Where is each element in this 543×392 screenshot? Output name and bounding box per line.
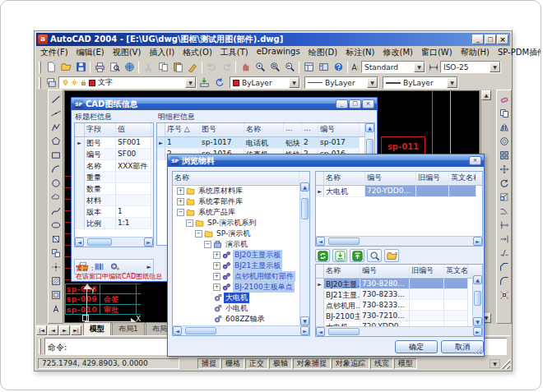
material-row[interactable]: 点钞机用...730-8233... [316,300,482,311]
tree-item[interactable]: 大电机 [173,293,309,303]
title-block-row[interactable]: 数量 [75,183,153,195]
command-window-grip[interactable] [39,339,41,354]
explode-button[interactable] [498,288,511,302]
tree-item[interactable]: +系统原材料库 [173,186,309,196]
ellipse-button[interactable] [49,219,63,232]
dialog-close-button[interactable]: × [362,99,374,108]
lineweight-combo[interactable]: ByLayer [383,76,458,89]
hatch-button[interactable] [49,274,63,288]
toggle-对象追踪[interactable]: 对象追踪 [332,358,369,369]
material-row[interactable]: BJ-2100主...730-7210... [316,311,482,321]
chevron-down-icon[interactable] [289,77,299,88]
title-block-row[interactable]: 重量 [75,172,153,183]
menu-item-10[interactable]: 修改(M) [378,47,416,58]
toolbar-grip[interactable] [39,77,41,89]
match-properties-button[interactable] [185,60,200,75]
redo-button[interactable] [219,60,234,75]
offset-button[interactable] [498,135,511,148]
tab-模型[interactable]: 模型 [83,322,111,335]
title-block-row[interactable]: 版本1 [75,206,153,218]
toggle-正交[interactable]: 正交 [245,358,268,369]
color-combo[interactable]: ByLayer [230,76,300,89]
pan-button[interactable] [238,60,253,75]
scroll-thumb[interactable] [301,198,309,219]
open-button[interactable] [58,60,73,75]
scale-button[interactable] [498,191,511,204]
horizontal-scrollbar[interactable] [316,326,482,336]
text-style-combo[interactable]: Standard [361,61,425,73]
scroll-up-icon[interactable] [300,182,309,191]
title-block-row[interactable]: 编号SF00 [75,149,153,160]
scroll-left-icon[interactable] [173,326,182,335]
vertical-scrollbar[interactable] [299,182,309,325]
scroll-right-icon[interactable] [144,238,153,247]
scroll-thumb[interactable] [328,238,360,245]
browse-dialog-title-bar[interactable]: 浏览物料 × [168,154,484,167]
scroll-right-icon[interactable] [473,327,482,336]
expand-icon[interactable]: + [213,273,220,280]
chevron-down-icon[interactable] [447,77,457,88]
collapse-icon[interactable]: − [177,209,184,216]
upload-button[interactable] [350,249,364,262]
vertical-scrollbar[interactable] [472,275,482,326]
tree-item[interactable]: 小电机 [173,303,309,314]
tree-item[interactable]: −系统产品库 [173,207,309,218]
scroll-right-icon[interactable] [300,326,309,335]
tree-item[interactable]: +BJ21主显示板 [173,261,309,271]
scroll-thumb[interactable] [87,238,112,246]
scroll-left-icon[interactable] [75,238,84,247]
tree-item[interactable]: −SP-演示机系列 [173,218,309,228]
scroll-down-icon[interactable] [473,317,482,326]
scroll-thumb[interactable] [185,327,216,334]
menu-item-8[interactable]: 绘图(D) [304,47,342,58]
make-block-button[interactable] [49,247,63,260]
chevron-down-icon[interactable] [490,62,500,72]
undo-button[interactable] [204,60,219,75]
rotate-button[interactable] [498,177,511,190]
toggle-线宽[interactable]: 线宽 [370,358,393,369]
paste-button[interactable] [170,60,185,75]
erase-button[interactable] [498,93,511,106]
toggle-栅格[interactable]: 栅格 [221,358,244,369]
dialog-maximize-button[interactable]: □ [349,99,361,108]
next-tab-icon[interactable] [59,325,70,335]
maximize-button[interactable] [485,35,496,44]
menu-item-5[interactable]: 格式(O) [179,47,216,58]
material-row[interactable]: BJ21主显...730-8233... [316,289,482,300]
tree-item[interactable]: −SP-演示机 [173,228,309,239]
copy-button[interactable] [155,60,170,75]
region-button[interactable] [49,288,63,302]
spline-button[interactable] [49,205,63,218]
horizontal-scrollbar[interactable] [75,237,153,247]
scroll-up-icon[interactable]: ▲ [481,90,491,100]
trim-button[interactable] [498,219,511,232]
circle-button[interactable] [49,177,63,190]
toolbar-grip[interactable] [39,62,41,73]
copy-object-button[interactable] [498,107,511,120]
tree-item[interactable]: +点钞机用螺钉部件 [173,271,309,282]
layer-combo[interactable]: 文字 [58,76,197,89]
scroll-left-icon[interactable] [316,237,325,246]
horizontal-scrollbar[interactable] [316,236,482,246]
point-button[interactable] [49,261,63,274]
ok-button[interactable]: 确定 [395,340,438,353]
title-block-row[interactable]: 名称XXX部件 [75,160,153,172]
collapse-icon[interactable]: − [204,241,211,248]
mirror-button[interactable] [498,121,511,134]
menu-item-9[interactable]: 标注(N) [341,47,378,58]
construction-line-button[interactable] [49,107,63,120]
scroll-up-icon[interactable] [365,123,374,132]
line-button[interactable] [49,93,63,106]
first-tab-icon[interactable] [36,325,47,335]
expand-icon[interactable]: + [213,262,220,270]
download-button[interactable] [332,249,347,262]
menu-item-12[interactable]: 帮助(H) [457,47,494,58]
chevron-down-icon[interactable] [185,77,196,88]
scroll-thumb[interactable] [474,291,481,306]
linetype-combo[interactable]: ByLayer [304,76,378,89]
close-button[interactable] [497,35,508,44]
title-block-row[interactable]: 材料 [75,195,153,206]
cut-button[interactable] [141,60,155,75]
refresh-button[interactable] [315,249,330,262]
dialog-resize-grip[interactable] [473,345,482,354]
